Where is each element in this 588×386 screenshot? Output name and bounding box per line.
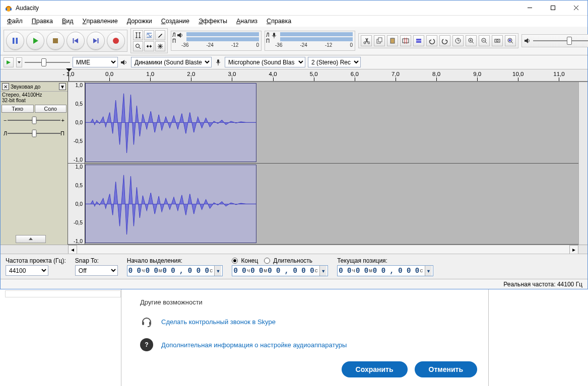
waveform-area[interactable]: 1,00,50,0-0,5-1,0 1,00,50,0-0,5-1,0 xyxy=(68,82,578,245)
close-button[interactable] xyxy=(564,1,587,16)
menu-справка[interactable]: Справка xyxy=(262,16,296,27)
position-label: Текущая позиция: xyxy=(337,257,433,264)
headset-icon xyxy=(140,315,153,328)
menu-дорожки[interactable]: Дорожки xyxy=(122,16,157,27)
redo-button[interactable] xyxy=(439,35,450,46)
project-rate-label: Частота проекта (Гц): xyxy=(6,257,66,264)
skip-end-button[interactable] xyxy=(87,32,105,50)
input-device-select[interactable]: Microphone (Sound Blas xyxy=(225,57,305,67)
play-button[interactable] xyxy=(26,32,44,50)
track-close-button[interactable]: ✕ xyxy=(2,83,9,90)
host-api-select[interactable]: MME xyxy=(73,57,118,67)
menu-управление[interactable]: Управление xyxy=(78,16,122,27)
zoom-in-icon xyxy=(468,37,475,44)
zoom-tool[interactable] xyxy=(133,41,143,51)
zoom-sel-icon xyxy=(507,37,514,44)
ruler-tick: 7,0 xyxy=(391,71,400,77)
zoom-fit-button[interactable] xyxy=(492,35,503,46)
track-gain-slider[interactable]: −+ xyxy=(5,115,63,126)
vertical-scrollbar[interactable] xyxy=(578,82,587,245)
dropdown-icon[interactable]: ▾ xyxy=(425,266,432,276)
svg-point-37 xyxy=(368,42,370,44)
zoom-out-button[interactable] xyxy=(479,35,490,46)
sync-button[interactable] xyxy=(452,35,464,46)
zoom-in-button[interactable] xyxy=(466,35,477,46)
trim-button[interactable] xyxy=(400,35,411,46)
svg-rect-40 xyxy=(390,38,395,43)
svg-marker-48 xyxy=(445,39,447,41)
menu-вид[interactable]: Вид xyxy=(57,16,78,27)
menu-правка[interactable]: Правка xyxy=(27,16,57,27)
cancel-button[interactable]: Отменить xyxy=(415,361,477,377)
audio-clip[interactable] xyxy=(85,83,256,162)
recording-meter[interactable]: Л П -36-24-120 xyxy=(265,31,355,51)
timeshift-tool[interactable] xyxy=(144,41,154,51)
maximize-button[interactable] xyxy=(541,1,564,16)
test-call-link[interactable]: Сделать контрольный звонок в Skype xyxy=(161,318,276,326)
track-name: Звуковая до xyxy=(11,84,57,90)
more-info-link[interactable]: Дополнительная информация о настройке ау… xyxy=(161,341,347,349)
radio-end[interactable] xyxy=(232,258,238,264)
track-bits: 32-bit float xyxy=(2,98,26,103)
menu-анализ[interactable]: Анализ xyxy=(232,16,262,27)
svg-rect-73 xyxy=(149,322,151,325)
record-button[interactable] xyxy=(107,32,125,50)
svg-marker-68 xyxy=(121,60,124,65)
multi-tool[interactable] xyxy=(155,41,165,51)
paste-button[interactable] xyxy=(387,35,398,46)
menu-создание[interactable]: Создание xyxy=(157,16,194,27)
playhead-icon xyxy=(69,69,70,81)
silence-button[interactable] xyxy=(413,35,424,46)
draw-tool[interactable] xyxy=(155,30,165,40)
status-bar: Реальная частота: 44100 Гц xyxy=(1,279,587,289)
minimize-button[interactable] xyxy=(518,1,541,16)
svg-rect-7 xyxy=(13,38,15,44)
skip-start-button[interactable] xyxy=(67,32,85,50)
radio-length[interactable] xyxy=(264,258,270,264)
undo-button[interactable] xyxy=(426,35,437,46)
mini-play-button[interactable] xyxy=(4,57,14,67)
menu-файл[interactable]: Файл xyxy=(3,16,27,27)
cut-button[interactable] xyxy=(361,35,372,46)
trim-icon xyxy=(402,37,409,44)
horizontal-scrollbar[interactable]: ◂▸ xyxy=(1,245,587,254)
end-label: Конец xyxy=(241,257,258,264)
audio-clip[interactable] xyxy=(85,165,256,244)
selection-end-field[interactable]: 0 0ч0 0м0 0 , 0 0 0с▾ xyxy=(232,265,328,276)
track-pan-slider[interactable]: ЛП xyxy=(5,128,63,139)
svg-point-15 xyxy=(113,38,119,44)
svg-rect-10 xyxy=(53,38,58,43)
audio-position-field[interactable]: 0 0ч0 0м0 0 , 0 0 0с▾ xyxy=(337,265,433,276)
menu-эффекты[interactable]: Эффекты xyxy=(194,16,232,27)
toolbars: Л П -36-24-120 Л П -36-24-120 xyxy=(1,27,587,55)
timeline-ruler[interactable]: - 1,00,01,02,03,04,05,06,07,08,09,010,01… xyxy=(1,69,587,82)
dropdown-icon[interactable]: ▾ xyxy=(319,266,326,276)
save-button[interactable]: Сохранить xyxy=(342,361,408,377)
pause-button[interactable] xyxy=(6,32,24,50)
snap-to-select[interactable]: Off xyxy=(75,265,118,276)
selection-start-field[interactable]: 0 0ч0 0м0 0 , 0 0 0с▾ xyxy=(127,265,223,276)
solo-button[interactable]: Соло xyxy=(35,105,67,113)
selection-tool[interactable] xyxy=(133,30,143,40)
playback-volume-slider[interactable] xyxy=(533,36,588,45)
mini-play-dropdown[interactable] xyxy=(16,57,22,67)
svg-marker-71 xyxy=(29,238,33,240)
track-menu-button[interactable]: ▼ xyxy=(59,83,66,90)
ruler-tick: 4,0 xyxy=(269,71,277,77)
copy-button[interactable] xyxy=(374,35,385,46)
channels-select[interactable]: 2 (Stereo) Rec xyxy=(308,57,361,67)
stop-button[interactable] xyxy=(46,32,64,50)
envelope-tool[interactable] xyxy=(144,30,154,40)
track-collapse-button[interactable] xyxy=(16,235,46,243)
dropdown-icon[interactable]: ▾ xyxy=(214,266,221,276)
zoom-sel-button[interactable] xyxy=(505,35,516,46)
mute-button[interactable]: Тихо xyxy=(2,105,34,113)
output-device-select[interactable]: Динамики (Sound Blaste xyxy=(131,57,212,67)
mixer-panel xyxy=(521,34,588,47)
playback-speed-slider[interactable] xyxy=(25,58,70,67)
undo-icon xyxy=(428,37,435,44)
title-bar: Audacity xyxy=(1,1,587,16)
playback-meter[interactable]: Л П -36-24-120 xyxy=(171,31,262,51)
project-rate-select[interactable]: 44100 xyxy=(6,265,48,276)
ruler-tick: 5,0 xyxy=(310,71,318,77)
